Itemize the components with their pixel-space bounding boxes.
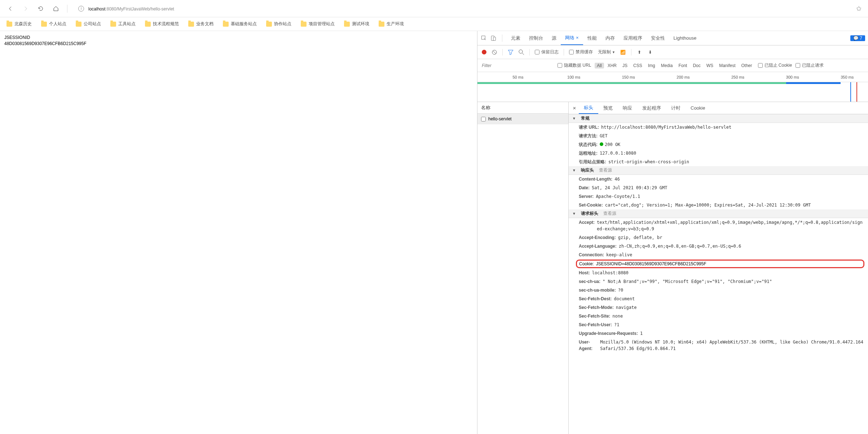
bookmark-item[interactable]: 基础服务站点 bbox=[223, 21, 257, 27]
filter-type-font[interactable]: Font bbox=[676, 63, 689, 68]
collapse-arrow-icon: ▼ bbox=[572, 212, 576, 216]
export-har-icon[interactable]: ⬇ bbox=[647, 49, 653, 55]
header-row: Content-Length: 46 bbox=[569, 175, 868, 183]
header-row: 请求 URL: http://localhost:8080/MyFirstJav… bbox=[569, 123, 868, 132]
detail-tab[interactable]: 响应 bbox=[618, 102, 637, 114]
bookmark-item[interactable]: 技术流程规范 bbox=[145, 21, 179, 27]
timeline-tick: 250 ms bbox=[731, 75, 744, 79]
search-icon[interactable] bbox=[519, 49, 524, 55]
throttle-select[interactable]: 无限制 ▼ bbox=[598, 49, 615, 55]
close-tab-icon[interactable]: × bbox=[576, 35, 579, 40]
timeline-tick: 100 ms bbox=[567, 75, 580, 79]
devtools-tab[interactable]: 性能 bbox=[583, 31, 601, 45]
filter-type-other[interactable]: Other bbox=[739, 63, 754, 68]
preserve-log-checkbox[interactable]: 保留日志 bbox=[535, 49, 559, 55]
waterfall-overview[interactable] bbox=[477, 82, 868, 102]
page-line1: JSESSIONID bbox=[4, 35, 473, 41]
request-list-header[interactable]: 名称 bbox=[477, 102, 568, 114]
filter-icon[interactable] bbox=[508, 49, 514, 55]
address-bar[interactable]: i localhost:8080/MyFirstJavaWeb/hello-se… bbox=[75, 4, 849, 13]
network-toolbar: 保留日志 禁用缓存 无限制 ▼ 📶 ⬆ ⬇ bbox=[477, 45, 868, 59]
header-row: Upgrade-Insecure-Requests: 1 bbox=[569, 329, 868, 338]
folder-icon bbox=[145, 22, 151, 27]
devtools-tab[interactable]: 应用程序 bbox=[619, 31, 647, 45]
bookmark-item[interactable]: 公司站点 bbox=[76, 21, 101, 27]
detail-tab[interactable]: 发起程序 bbox=[637, 102, 666, 114]
filter-type-doc[interactable]: Doc bbox=[691, 63, 702, 68]
svg-point-4 bbox=[519, 50, 523, 53]
request-item[interactable]: hello-servlet bbox=[477, 114, 568, 124]
folder-icon bbox=[76, 22, 81, 27]
section-header[interactable]: ▼常规 bbox=[569, 114, 868, 123]
timeline-ruler[interactable]: 50 ms100 ms150 ms200 ms250 ms300 ms350 m… bbox=[477, 72, 868, 82]
device-toggle-icon[interactable] bbox=[490, 35, 497, 42]
header-row: User-Agent: Mozilla/5.0 (Windows NT 10.0… bbox=[569, 338, 868, 353]
devtools-tab[interactable]: 源 bbox=[547, 31, 561, 45]
timeline-tick: 150 ms bbox=[622, 75, 635, 79]
detail-tab[interactable]: 预览 bbox=[598, 102, 618, 114]
devtools-tab[interactable]: 网络× bbox=[561, 31, 583, 45]
filter-type-img[interactable]: Img bbox=[646, 63, 657, 68]
devtools-tab[interactable]: 内存 bbox=[601, 31, 619, 45]
timeline-tick: 50 ms bbox=[512, 75, 523, 79]
view-source-link[interactable]: 查看源 bbox=[603, 211, 616, 217]
devtools-panel: 元素控制台源网络×性能内存应用程序安全性Lighthouse 💬 7 保留日志 … bbox=[477, 31, 868, 434]
messages-badge[interactable]: 💬 7 bbox=[850, 35, 865, 41]
filter-type-ws[interactable]: WS bbox=[704, 63, 715, 68]
section-header[interactable]: ▼响应头查看源 bbox=[569, 166, 868, 175]
view-source-link[interactable]: 查看源 bbox=[599, 167, 612, 173]
folder-icon bbox=[266, 22, 272, 27]
devtools-tab[interactable]: 元素 bbox=[507, 31, 525, 45]
filter-type-css[interactable]: CSS bbox=[631, 63, 644, 68]
request-checkbox[interactable] bbox=[481, 117, 486, 121]
header-row: Sec-Fetch-User: ?1 bbox=[569, 320, 868, 329]
site-info-icon[interactable]: i bbox=[78, 6, 84, 12]
devtools-tab[interactable]: 安全性 bbox=[647, 31, 669, 45]
bookmark-item[interactable]: 个人站点 bbox=[41, 21, 66, 27]
disable-cache-checkbox[interactable]: 禁用缓存 bbox=[569, 49, 593, 55]
folder-icon bbox=[188, 22, 194, 27]
filter-type-media[interactable]: Media bbox=[659, 63, 675, 68]
filter-type-js[interactable]: JS bbox=[620, 63, 630, 68]
inspect-element-icon[interactable] bbox=[480, 35, 488, 42]
bookmark-item[interactable]: 生产环境 bbox=[379, 21, 404, 27]
timeline-tick: 300 ms bbox=[786, 75, 799, 79]
filter-input[interactable] bbox=[482, 63, 554, 68]
blocked-cookies-checkbox[interactable]: 已阻止 Cookie bbox=[758, 62, 792, 68]
bookmark-item[interactable]: 业务文档 bbox=[188, 21, 213, 27]
header-row: Connection: keep-alive bbox=[569, 251, 868, 259]
header-row: Host: localhost:8080 bbox=[569, 269, 868, 277]
bookmarks-bar: 北森历史个人站点公司站点工具站点技术流程规范业务文档基础服务站点协作站点项目管理… bbox=[0, 17, 868, 31]
hide-data-url-checkbox[interactable]: 隐藏数据 URL bbox=[558, 62, 591, 68]
filter-type-all[interactable]: All bbox=[595, 63, 604, 68]
blocked-requests-checkbox[interactable]: 已阻止请求 bbox=[796, 62, 824, 68]
header-row: Accept-Language: zh-CN,zh;q=0.9,en;q=0.8… bbox=[569, 242, 868, 251]
home-button[interactable] bbox=[52, 5, 60, 13]
filter-type-manifest[interactable]: Manifest bbox=[717, 63, 737, 68]
network-conditions-icon[interactable]: 📶 bbox=[620, 49, 626, 55]
bookmark-item[interactable]: 项目管理站点 bbox=[301, 21, 335, 27]
clear-icon[interactable] bbox=[492, 49, 497, 55]
record-button[interactable] bbox=[482, 50, 486, 54]
close-detail-icon[interactable]: × bbox=[570, 105, 579, 111]
devtools-tab[interactable]: Lighthouse bbox=[669, 31, 701, 45]
folder-icon bbox=[379, 22, 384, 27]
bookmark-item[interactable]: 协作站点 bbox=[266, 21, 291, 27]
request-list: 名称 hello-servlet bbox=[477, 102, 569, 434]
header-row: Date: Sat, 24 Jul 2021 09:43:29 GMT bbox=[569, 183, 868, 192]
section-header[interactable]: ▼请求标头查看源 bbox=[569, 209, 868, 218]
bookmark-item[interactable]: 北森历史 bbox=[6, 21, 32, 27]
import-har-icon[interactable]: ⬆ bbox=[636, 49, 642, 55]
back-button[interactable] bbox=[6, 5, 14, 13]
folder-icon bbox=[41, 22, 47, 27]
detail-tab[interactable]: Cookie bbox=[686, 102, 710, 114]
detail-tab[interactable]: 计时 bbox=[666, 102, 686, 114]
reload-button[interactable] bbox=[37, 5, 45, 13]
filter-type-xhr[interactable]: XHR bbox=[605, 63, 619, 68]
favorites-icon[interactable]: ✩ bbox=[856, 5, 862, 13]
forward-button[interactable] bbox=[22, 5, 30, 13]
detail-tab[interactable]: 标头 bbox=[579, 102, 598, 114]
bookmark-item[interactable]: 工具站点 bbox=[110, 21, 136, 27]
bookmark-item[interactable]: 测试环境 bbox=[344, 21, 369, 27]
devtools-tab[interactable]: 控制台 bbox=[525, 31, 547, 45]
